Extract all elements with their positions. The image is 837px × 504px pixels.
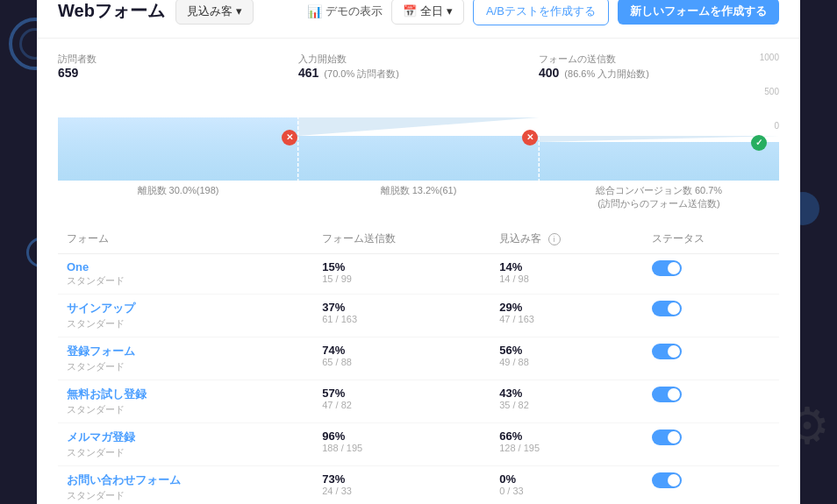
lead-detail-3: 35 / 82 — [499, 400, 633, 410]
main-card: Webフォーム 見込み客 ▾ 📊 デモの表示 📅 全日 ▾ A/Bテストを作成す… — [37, 0, 800, 504]
bounce-icon-1-container: ✕ — [282, 130, 297, 147]
cell-status-4 — [643, 422, 779, 465]
form-name-5[interactable]: お問い合わせフォーム — [67, 472, 304, 488]
calendar-label: 全日 — [420, 4, 443, 19]
form-type-2: スタンダード — [67, 361, 125, 372]
table-row: One スタンダード 15% 15 / 99 14% 14 / 98 — [58, 253, 779, 294]
cell-lead-3: 43% 35 / 82 — [490, 380, 642, 422]
status-toggle-5[interactable] — [652, 472, 682, 488]
form-name-3[interactable]: 無料お試し登録 — [67, 387, 304, 402]
submission-detail-4: 188 / 195 — [322, 443, 482, 453]
calendar-arrow: ▾ — [447, 4, 453, 18]
chart-section: 1000 500 0 訪問者数 659 入力開始数 461 (70.0% 訪問者… — [37, 39, 800, 224]
table-row: メルマガ登録 スタンダード 96% 188 / 195 66% 128 / 19… — [58, 422, 779, 465]
new-form-button[interactable]: 新しいフォームを作成する — [618, 0, 779, 25]
cell-submission-2: 74% 65 / 88 — [313, 337, 490, 380]
form-name-1[interactable]: サインアップ — [67, 301, 304, 316]
lead-detail-2: 49 / 88 — [499, 357, 633, 367]
status-toggle-3[interactable] — [652, 387, 682, 402]
cell-lead-5: 0% 0 / 33 — [490, 465, 642, 504]
cell-lead-1: 29% 47 / 163 — [490, 294, 642, 337]
chart-icon: 📊 — [307, 4, 322, 18]
cell-form-4: メルマガ登録 スタンダード — [58, 422, 313, 465]
form-type-1: スタンダード — [67, 318, 125, 329]
table-body: One スタンダード 15% 15 / 99 14% 14 / 98 サインアッ… — [58, 253, 779, 504]
calendar-button[interactable]: 📅 全日 ▾ — [391, 0, 464, 25]
header-right: 📊 デモの表示 📅 全日 ▾ A/Bテストを作成する 新しいフォームを作成する — [307, 0, 779, 25]
filter-dropdown[interactable]: 見込み客 ▾ — [175, 0, 254, 25]
drop-zone-2 — [539, 136, 779, 142]
lead-pct-0: 14% — [499, 260, 633, 273]
chart-labels: 訪問者数 659 入力開始数 461 (70.0% 訪問者数) フォームの送信数… — [58, 53, 779, 81]
cell-submission-4: 96% 188 / 195 — [313, 422, 490, 465]
lead-detail-4: 128 / 195 — [499, 443, 633, 453]
table-row: 登録フォーム スタンダード 74% 65 / 88 56% 49 / 88 — [58, 337, 779, 380]
lead-pct-1: 29% — [499, 301, 633, 314]
filter-arrow: ▾ — [236, 4, 242, 18]
status-toggle-4[interactable] — [652, 429, 682, 445]
demo-button[interactable]: 📊 デモの表示 — [307, 4, 383, 19]
lead-pct-2: 56% — [499, 344, 633, 357]
submission-pct-3: 57% — [322, 387, 482, 400]
demo-label: デモの表示 — [326, 4, 383, 19]
cell-status-0 — [643, 253, 779, 294]
col-form: フォーム — [58, 224, 313, 254]
submission-pct-1: 37% — [322, 301, 482, 314]
col-submissions: フォーム送信数 — [313, 224, 490, 254]
submission-detail-2: 65 / 88 — [322, 357, 482, 367]
cell-form-1: サインアップ スタンダード — [58, 294, 313, 337]
funnel-fill — [58, 117, 779, 181]
status-toggle-2[interactable] — [652, 344, 682, 359]
submission-pct-2: 74% — [322, 344, 482, 357]
bounce-icon-2: ✕ — [522, 130, 538, 146]
cell-lead-2: 56% 49 / 88 — [490, 337, 642, 380]
footer-item-2: 離脱数 13.2%(61) — [298, 184, 539, 210]
ab-test-button[interactable]: A/Bテストを作成する — [473, 0, 609, 25]
submission-detail-1: 61 / 163 — [322, 314, 482, 324]
cell-submission-0: 15% 15 / 99 — [313, 253, 490, 294]
footer-item-3: 総合コンバージョン数 60.7%(訪問からのフォーム送信数) — [539, 184, 779, 210]
submission-detail-0: 15 / 99 — [322, 273, 482, 284]
form-type-0: スタンダード — [67, 275, 125, 286]
bounce-icon-3: ✓ — [751, 135, 767, 151]
status-toggle-0[interactable] — [652, 260, 682, 276]
page-title: Webフォーム — [58, 0, 165, 23]
visitors-value: 659 — [58, 66, 298, 80]
cell-status-1 — [643, 294, 779, 337]
cell-lead-0: 14% 14 / 98 — [490, 253, 642, 294]
lead-detail-0: 14 / 98 — [499, 273, 633, 284]
footer-label-2: 離脱数 13.2%(61) — [381, 184, 457, 197]
chart-area: ✕ ✕ ✓ — [58, 84, 779, 181]
col-status: ステータス — [643, 224, 779, 254]
submission-pct-4: 96% — [322, 429, 482, 443]
cell-form-3: 無料お試し登録 スタンダード — [58, 380, 313, 422]
lead-pct-3: 43% — [499, 387, 633, 400]
cell-form-5: お問い合わせフォーム スタンダード — [58, 465, 313, 504]
table-row: サインアップ スタンダード 37% 61 / 163 29% 47 / 163 — [58, 294, 779, 337]
form-name-4[interactable]: メルマガ登録 — [67, 429, 304, 445]
chart-footer: 離脱数 30.0%(198) 離脱数 13.2%(61) 総合コンバージョン数 … — [58, 184, 779, 217]
submissions-sub: (86.6% 入力開始数) — [564, 67, 649, 81]
form-type-5: スタンダード — [67, 490, 125, 500]
filter-label: 見込み客 — [187, 4, 232, 19]
header: Webフォーム 見込み客 ▾ 📊 デモの表示 📅 全日 ▾ A/Bテストを作成す… — [37, 0, 800, 39]
table-header-row: フォーム フォーム送信数 見込み客 i ステータス — [58, 224, 779, 254]
bounce-icon-2-container: ✕ — [522, 130, 538, 147]
calendar-icon: 📅 — [403, 4, 417, 18]
starts-title: 入力開始数 — [298, 53, 539, 66]
cell-status-5 — [643, 465, 779, 504]
chart-group-submissions: フォームの送信数 400 (86.6% 入力開始数) — [539, 53, 779, 81]
lead-detail-5: 0 / 33 — [499, 486, 633, 496]
form-type-3: スタンダード — [67, 404, 125, 415]
form-name-2[interactable]: 登録フォーム — [67, 344, 304, 359]
leads-info-icon[interactable]: i — [548, 233, 561, 245]
footer-label-1: 離脱数 30.0%(198) — [138, 184, 219, 197]
bounce-icon-3-container: ✓ — [751, 135, 767, 153]
cell-status-2 — [643, 337, 779, 380]
cell-submission-1: 37% 61 / 163 — [313, 294, 490, 337]
bounce-icon-1: ✕ — [282, 130, 297, 146]
visitors-title: 訪問者数 — [58, 53, 298, 66]
submission-detail-3: 47 / 82 — [322, 400, 482, 410]
status-toggle-1[interactable] — [652, 301, 682, 316]
form-name-0[interactable]: One — [67, 260, 304, 273]
